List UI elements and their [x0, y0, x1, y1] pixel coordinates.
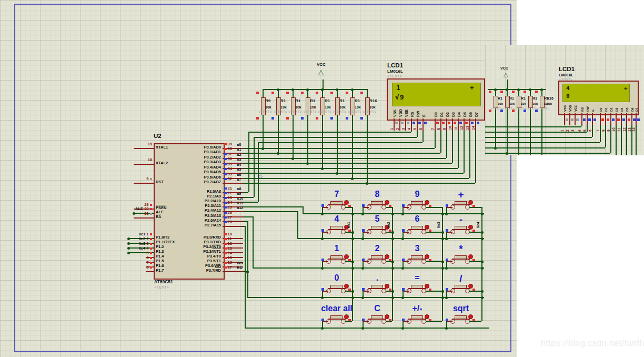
wire[interactable]: [243, 206, 303, 207]
wire[interactable]: [245, 226, 246, 328]
wire[interactable]: [253, 216, 254, 267]
wire[interactable]: [322, 114, 323, 168]
wire[interactable]: [243, 192, 248, 193]
wire[interactable]: [426, 291, 442, 292]
mcu-pin-stub[interactable]: [223, 271, 243, 272]
wire[interactable]: [367, 114, 368, 183]
wire[interactable]: [245, 328, 489, 329]
lcd-pin-stub[interactable]: [581, 113, 582, 125]
wire[interactable]: [243, 173, 464, 174]
wire[interactable]: [367, 89, 368, 97]
wire[interactable]: [485, 147, 605, 148]
lcd-pin-stub[interactable]: [610, 113, 611, 125]
wire[interactable]: [581, 125, 582, 126]
wire[interactable]: [440, 131, 441, 153]
wire[interactable]: [258, 142, 259, 202]
wire[interactable]: [243, 178, 469, 179]
lcd-pin-stub[interactable]: [616, 113, 617, 125]
wire[interactable]: [243, 197, 254, 198]
wire[interactable]: [248, 132, 249, 192]
wire[interactable]: [352, 114, 353, 178]
wire[interactable]: [307, 114, 308, 163]
lcd-pin-stub[interactable]: [569, 113, 570, 125]
wire[interactable]: [518, 107, 519, 155]
wire[interactable]: [243, 183, 475, 184]
wire[interactable]: [411, 131, 412, 132]
wire[interactable]: [247, 297, 484, 298]
wire[interactable]: [337, 114, 338, 173]
wire[interactable]: [386, 321, 392, 322]
wire[interactable]: [243, 202, 258, 203]
wire[interactable]: [469, 207, 481, 208]
wire[interactable]: [485, 153, 610, 154]
wire[interactable]: [426, 232, 442, 233]
wire[interactable]: [248, 132, 411, 133]
wire[interactable]: [600, 125, 601, 142]
wire[interactable]: [243, 163, 452, 164]
wire[interactable]: [435, 131, 436, 148]
wire[interactable]: [485, 126, 581, 127]
wire[interactable]: [426, 321, 442, 322]
wire[interactable]: [243, 216, 253, 217]
mcu-pin-stub[interactable]: [223, 226, 243, 227]
wire[interactable]: [469, 291, 481, 292]
wire[interactable]: [243, 148, 435, 149]
wire[interactable]: [507, 107, 508, 153]
mcu-pin-stub[interactable]: [134, 183, 154, 184]
mcu-pin-stub[interactable]: [134, 164, 154, 165]
wire[interactable]: [243, 158, 446, 159]
wire[interactable]: [605, 125, 606, 147]
wire[interactable]: [485, 137, 592, 138]
wire[interactable]: [254, 137, 255, 197]
wire[interactable]: [495, 107, 496, 147]
wire[interactable]: [243, 211, 297, 212]
wire[interactable]: [469, 131, 470, 178]
wire[interactable]: [258, 142, 422, 143]
wire[interactable]: [452, 131, 453, 163]
lcd-pin-stub[interactable]: [575, 113, 576, 125]
wire[interactable]: [303, 206, 304, 213]
wire[interactable]: [297, 211, 298, 238]
mcu-pin-stub[interactable]: [146, 271, 154, 272]
wire[interactable]: [345, 207, 352, 208]
wire[interactable]: [293, 114, 294, 158]
wire[interactable]: [469, 321, 481, 322]
mcu-pin-stub[interactable]: [134, 148, 154, 149]
lcd-pin-stub[interactable]: [636, 113, 637, 125]
wire[interactable]: [469, 232, 481, 233]
wire[interactable]: [278, 114, 279, 153]
wire[interactable]: [386, 207, 392, 208]
wire[interactable]: [426, 207, 442, 208]
lcd-pin-stub[interactable]: [564, 113, 565, 125]
lcd-pin-stub[interactable]: [592, 113, 593, 125]
wire[interactable]: [458, 131, 459, 168]
mcu-pin-stub[interactable]: [223, 183, 243, 184]
wire[interactable]: [417, 131, 418, 137]
wire[interactable]: [507, 80, 508, 89]
wire[interactable]: [475, 131, 476, 183]
lcd-pin-stub[interactable]: [600, 113, 601, 125]
lcd-pin-stub[interactable]: [626, 113, 627, 125]
wire[interactable]: [485, 132, 587, 133]
wire[interactable]: [247, 221, 248, 297]
wire[interactable]: [263, 114, 264, 148]
wire[interactable]: [345, 321, 352, 322]
lcd-pin-stub[interactable]: [621, 113, 622, 125]
wire[interactable]: [530, 107, 531, 155]
wire[interactable]: [469, 261, 481, 262]
lcd-pin-stub[interactable]: [605, 113, 606, 125]
schematic-canvas[interactable]: U2 AT89C51 <TEXT> VCC △ ◇ LCD1 LM016L <T…: [0, 0, 517, 357]
wire[interactable]: [323, 80, 324, 89]
wire[interactable]: [243, 168, 458, 169]
wire[interactable]: [426, 261, 442, 262]
wire[interactable]: [464, 131, 465, 173]
wire[interactable]: [422, 131, 424, 142]
wire[interactable]: [243, 221, 247, 222]
wire[interactable]: [446, 131, 447, 158]
wire[interactable]: [253, 267, 484, 269]
lcd-pin-stub[interactable]: [587, 113, 588, 125]
wire[interactable]: [485, 142, 600, 143]
wire[interactable]: [297, 238, 484, 239]
wire[interactable]: [541, 107, 542, 155]
lcd-pin-stub[interactable]: [631, 113, 632, 125]
